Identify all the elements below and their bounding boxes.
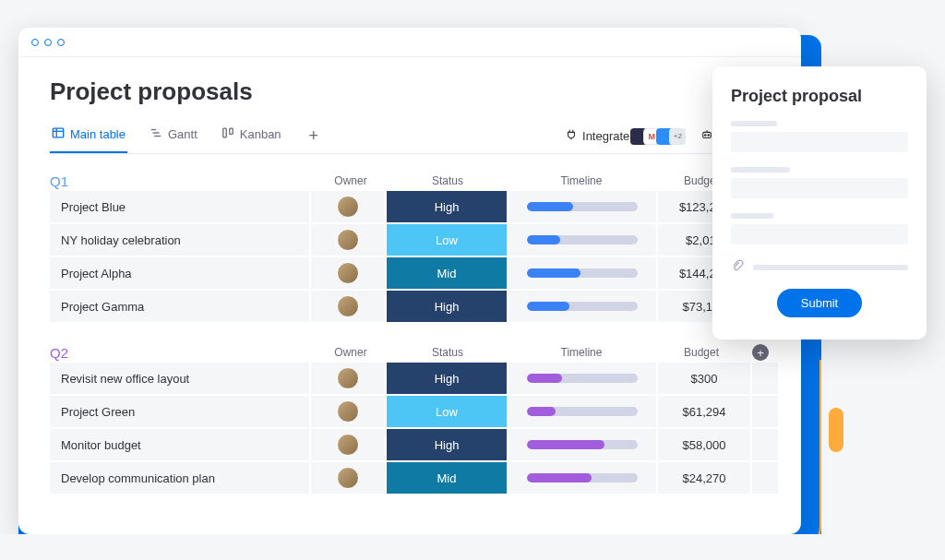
form-input[interactable] bbox=[731, 224, 908, 244]
column-header-status[interactable]: Status bbox=[388, 346, 508, 359]
tabs-row: Main table Gantt Kanban + bbox=[50, 119, 770, 154]
task-name-cell[interactable]: Revisit new office layout bbox=[50, 363, 309, 394]
timeline-cell[interactable] bbox=[508, 429, 656, 460]
budget-cell[interactable]: $58,000 bbox=[658, 429, 750, 460]
timeline-fill bbox=[527, 440, 604, 449]
budget-cell[interactable]: $24,270 bbox=[658, 462, 750, 494]
attachment-row bbox=[731, 259, 908, 276]
timeline-cell[interactable] bbox=[508, 396, 656, 427]
table-row[interactable]: Project GreenLow$61,294 bbox=[50, 396, 770, 427]
table-row[interactable]: Project AlphaMid$144,212 bbox=[50, 257, 770, 289]
status-cell[interactable]: Mid bbox=[387, 462, 507, 494]
task-name-cell[interactable]: Project Blue bbox=[50, 191, 309, 222]
column-header-timeline[interactable]: Timeline bbox=[508, 174, 655, 187]
form-label-placeholder bbox=[731, 121, 777, 126]
timeline-track bbox=[527, 268, 638, 278]
owner-cell[interactable] bbox=[311, 257, 385, 289]
status-cell[interactable]: High bbox=[387, 363, 507, 394]
svg-rect-8 bbox=[703, 132, 712, 137]
table-row[interactable]: Revisit new office layoutHigh$300 bbox=[50, 363, 770, 394]
timeline-fill bbox=[527, 374, 562, 383]
add-column-button[interactable]: + bbox=[752, 344, 769, 361]
timeline-cell[interactable] bbox=[508, 257, 656, 289]
paperclip-icon[interactable] bbox=[731, 259, 744, 276]
timeline-track bbox=[527, 235, 638, 244]
group-title[interactable]: Q2 bbox=[50, 345, 314, 361]
task-name-cell[interactable]: Project Gamma bbox=[50, 291, 309, 322]
timeline-track bbox=[527, 202, 638, 211]
timeline-fill bbox=[527, 302, 569, 311]
owner-cell[interactable] bbox=[311, 224, 385, 256]
integrate-button[interactable]: Integrate M +2 bbox=[565, 128, 686, 145]
table-row[interactable]: Develop communication planMid$24,270 bbox=[50, 462, 770, 494]
status-cell[interactable]: Low bbox=[387, 224, 507, 256]
window-chrome bbox=[18, 28, 801, 57]
column-header-budget[interactable]: Budget bbox=[655, 346, 748, 359]
plug-icon bbox=[565, 128, 578, 144]
owner-cell[interactable] bbox=[311, 462, 385, 494]
table-row[interactable]: Monitor budgetHigh$58,000 bbox=[50, 429, 770, 460]
window-dot bbox=[57, 39, 65, 46]
task-name-cell[interactable]: Project Green bbox=[50, 396, 309, 427]
timeline-cell[interactable] bbox=[508, 363, 656, 394]
budget-cell[interactable]: $61,294 bbox=[658, 396, 750, 427]
tab-gantt[interactable]: Gantt bbox=[148, 119, 199, 153]
view-tabs: Main table Gantt Kanban + bbox=[50, 119, 324, 153]
budget-cell[interactable]: $300 bbox=[658, 363, 750, 394]
task-name-cell[interactable]: Monitor budget bbox=[50, 429, 309, 460]
app-window: Project proposals Main table Gantt bbox=[18, 28, 801, 534]
svg-rect-0 bbox=[53, 128, 63, 137]
form-input[interactable] bbox=[731, 132, 908, 152]
avatar bbox=[337, 262, 359, 284]
table-row[interactable]: NY holiday celebrationLow$2,014 bbox=[50, 224, 770, 256]
status-cell[interactable]: High bbox=[387, 429, 507, 460]
window-dot bbox=[31, 39, 39, 46]
side-panel: Project proposal Submit bbox=[712, 66, 927, 340]
timeline-cell[interactable] bbox=[508, 224, 656, 256]
group-header: Q2OwnerStatusTimelineBudget+ bbox=[50, 344, 770, 361]
table-row[interactable]: Project BlueHigh$123,225 bbox=[50, 191, 770, 222]
owner-cell[interactable] bbox=[311, 291, 385, 322]
form-label-placeholder bbox=[731, 167, 790, 173]
status-cell[interactable]: Mid bbox=[387, 257, 507, 289]
owner-cell[interactable] bbox=[311, 191, 385, 222]
kanban-icon bbox=[221, 126, 234, 142]
timeline-track bbox=[527, 440, 638, 449]
owner-cell[interactable] bbox=[311, 429, 385, 460]
task-name-cell[interactable]: Project Alpha bbox=[50, 257, 309, 289]
column-header-status[interactable]: Status bbox=[388, 174, 508, 187]
owner-cell[interactable] bbox=[311, 396, 385, 427]
timeline-cell[interactable] bbox=[508, 191, 656, 222]
table-row[interactable]: Project GammaHigh$73,100 bbox=[50, 291, 770, 322]
avatar bbox=[337, 367, 359, 389]
task-name-cell[interactable]: Develop communication plan bbox=[50, 462, 309, 494]
timeline-track bbox=[527, 407, 638, 416]
timeline-cell[interactable] bbox=[508, 291, 656, 322]
timeline-track bbox=[527, 302, 638, 311]
timeline-track bbox=[527, 374, 638, 383]
avatar bbox=[337, 434, 359, 456]
timeline-cell[interactable] bbox=[508, 462, 656, 494]
form-input[interactable] bbox=[731, 178, 908, 198]
avatar bbox=[337, 295, 359, 317]
add-view-button[interactable]: + bbox=[304, 126, 325, 146]
task-name-cell[interactable]: NY holiday celebration bbox=[50, 224, 309, 256]
integrations-more[interactable]: +2 bbox=[669, 128, 686, 145]
avatar bbox=[337, 400, 359, 423]
tab-kanban[interactable]: Kanban bbox=[220, 119, 283, 153]
column-header-owner[interactable]: Owner bbox=[314, 174, 388, 187]
avatar bbox=[337, 467, 359, 489]
status-cell[interactable]: High bbox=[387, 191, 507, 222]
tab-main-table[interactable]: Main table bbox=[50, 119, 127, 153]
tab-label: Kanban bbox=[240, 127, 281, 141]
submit-button[interactable]: Submit bbox=[777, 289, 862, 317]
window-dot bbox=[44, 39, 52, 46]
column-header-owner[interactable]: Owner bbox=[314, 346, 388, 359]
owner-cell[interactable] bbox=[311, 363, 385, 394]
group-title[interactable]: Q1 bbox=[50, 173, 314, 189]
column-header-timeline[interactable]: Timeline bbox=[508, 346, 655, 359]
timeline-fill bbox=[527, 473, 592, 483]
status-cell[interactable]: Low bbox=[387, 396, 507, 427]
gantt-icon bbox=[150, 126, 162, 142]
status-cell[interactable]: High bbox=[387, 291, 507, 322]
